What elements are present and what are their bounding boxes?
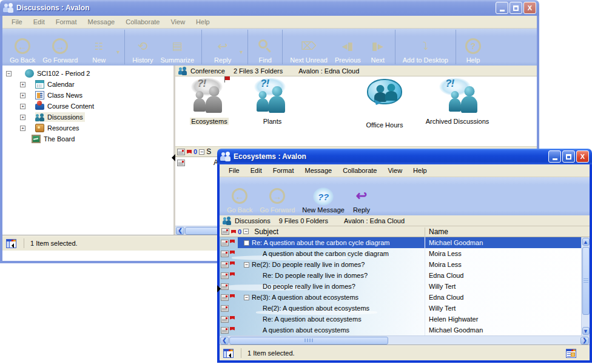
menu-format[interactable]: Format: [50, 17, 82, 27]
tree-label[interactable]: Class News: [47, 92, 82, 99]
menu-file[interactable]: File: [223, 166, 245, 175]
message-sender[interactable]: Edna Cloud: [425, 270, 581, 281]
new-dropdown-arrow[interactable]: ▾: [116, 49, 119, 55]
menu-view[interactable]: View: [382, 166, 408, 175]
go-forward-button[interactable]: → Go Forward: [39, 31, 81, 64]
conference-item-label[interactable]: Archived Discussions: [425, 118, 491, 125]
conference-item-ecosystems[interactable]: ?! Ecosystems: [178, 79, 241, 125]
message-sender[interactable]: Edna Cloud: [425, 292, 581, 303]
list-hscrollbar[interactable]: ❮ ❯: [220, 335, 590, 345]
message-subject[interactable]: A question about ecosystems: [263, 326, 349, 334]
add-to-desktop-button[interactable]: ⤵ Add to Desktop: [399, 31, 452, 64]
message-row[interactable]: A question about the carbon cycle diagra…: [220, 248, 590, 259]
envelope-column-icon[interactable]: [177, 149, 185, 155]
reply-button[interactable]: ↩ Reply: [206, 31, 240, 64]
message-sender[interactable]: Willy Tert: [425, 281, 581, 292]
menu-edit[interactable]: Edit: [28, 17, 50, 27]
conference-item-label[interactable]: Ecosystems: [190, 118, 228, 125]
scroll-left-arrow[interactable]: ❮: [176, 227, 184, 235]
thread-column-icon[interactable]: −: [243, 229, 249, 234]
minimize-button[interactable]: [548, 150, 561, 163]
new-message-button[interactable]: ?? New Message: [298, 180, 348, 214]
tree-label[interactable]: Resources: [47, 124, 79, 132]
tree-label[interactable]: Calendar: [47, 81, 75, 88]
go-back-button[interactable]: ← Go Back: [223, 180, 256, 214]
tree-label[interactable]: Discussions: [47, 113, 83, 121]
tree-item-course-content[interactable]: + Course Content: [2, 101, 173, 112]
maximize-button[interactable]: [562, 150, 575, 163]
message-sender[interactable]: Michael Goodman: [425, 237, 581, 248]
name-column-header[interactable]: Name: [425, 228, 590, 236]
thread-collapse-box[interactable]: −: [244, 295, 249, 300]
expand-box[interactable]: +: [20, 82, 25, 87]
tree-item-sci102[interactable]: − SCI102 - Period 2: [2, 68, 173, 79]
close-button[interactable]: X: [576, 150, 589, 163]
message-subject[interactable]: Re: A question about the carbon cycle di…: [252, 239, 389, 246]
hscroll-thumb[interactable]: [229, 337, 388, 345]
scroll-down-arrow[interactable]: ▼: [582, 327, 590, 335]
menu-format[interactable]: Format: [267, 166, 300, 175]
maximize-button[interactable]: [510, 2, 522, 14]
discussions-titlebar[interactable]: Discussions : Avalon X: [0, 0, 539, 16]
message-subject[interactable]: Re(3): A question about ecosystems: [252, 294, 358, 301]
attachment-column-icon[interactable]: 0: [193, 148, 197, 155]
message-sender[interactable]: Moira Less: [425, 248, 581, 259]
reply-dropdown-arrow[interactable]: ▾: [240, 49, 243, 55]
new-button[interactable]: ☷ New: [81, 31, 116, 64]
conference-item-office-hours[interactable]: Office Hours: [348, 75, 421, 129]
tree-label[interactable]: The Board: [44, 135, 75, 143]
menu-help[interactable]: Help: [190, 17, 215, 27]
tree-label[interactable]: Course Content: [47, 103, 94, 110]
minimize-button[interactable]: [496, 2, 508, 14]
help-button[interactable]: ? Help: [460, 31, 486, 64]
next-unread-button[interactable]: ⌦ Next Unread: [286, 31, 331, 64]
history-button[interactable]: ⟲ History: [129, 31, 156, 64]
ecosystems-titlebar[interactable]: Ecosystems : Avalon X: [217, 149, 592, 164]
menu-message[interactable]: Message: [300, 166, 338, 175]
thread-column-icon[interactable]: −: [199, 149, 204, 155]
previous-button[interactable]: ◂▮ Previous: [331, 31, 365, 64]
envelope-column-icon[interactable]: [221, 228, 229, 235]
message-subject[interactable]: A question about the carbon cycle diagra…: [263, 250, 389, 257]
expand-box[interactable]: +: [20, 115, 25, 120]
go-back-button[interactable]: ← Go Back: [6, 31, 39, 64]
conference-item-plants[interactable]: ?! Plants: [241, 79, 304, 125]
reply-button[interactable]: ↩ Reply: [348, 180, 375, 214]
conference-item-label[interactable]: Office Hours: [365, 121, 405, 129]
message-subject[interactable]: Re(2): A question about ecosystems: [263, 305, 369, 312]
collapse-box[interactable]: −: [6, 71, 12, 76]
attachment-column-icon[interactable]: 0: [238, 228, 241, 235]
pane-collapse-arrow[interactable]: [217, 285, 221, 292]
message-row[interactable]: Re: Do people really live in domes? Edna…: [220, 270, 590, 281]
menu-view[interactable]: View: [165, 17, 190, 27]
menu-collaborate[interactable]: Collaborate: [120, 17, 165, 27]
message-row[interactable]: − Re: A question about the carbon cycle …: [220, 237, 590, 248]
scroll-left-arrow[interactable]: ❮: [220, 337, 229, 345]
message-sender[interactable]: Willy Tert: [425, 303, 581, 314]
expand-box[interactable]: +: [20, 93, 25, 98]
menu-file[interactable]: File: [6, 17, 28, 27]
tree-item-calendar[interactable]: + Calendar: [2, 79, 173, 90]
message-row[interactable]: A question about ecosystems Michael Good…: [220, 325, 590, 335]
conference-item-archived-discussions[interactable]: ?! Archived Discussions: [412, 79, 503, 125]
summarize-button[interactable]: ▤ Summarize: [157, 31, 198, 64]
menu-help[interactable]: Help: [408, 166, 432, 175]
message-sender[interactable]: Michael Goodman: [425, 325, 581, 335]
flag-column-icon[interactable]: [231, 230, 236, 234]
flag-column-icon[interactable]: [187, 150, 192, 153]
tree-item-discussions[interactable]: + Discussions: [2, 112, 173, 123]
thread-collapse-box[interactable]: −: [244, 240, 249, 246]
message-row[interactable]: − Re(2): Do people really live in domes?…: [220, 259, 590, 270]
split-pane-toggle-icon[interactable]: [6, 239, 16, 248]
message-sender[interactable]: Moira Less: [425, 259, 581, 270]
close-button[interactable]: X: [523, 2, 536, 14]
message-subject[interactable]: Do people really live in domes?: [263, 283, 355, 290]
message-row[interactable]: Re(2): A question about ecosystems Willy…: [220, 303, 590, 314]
message-subject[interactable]: Re: Do people really live in domes?: [263, 272, 368, 279]
go-forward-button[interactable]: → Go Forward: [256, 180, 298, 214]
menu-edit[interactable]: Edit: [245, 166, 267, 175]
thread-collapse-box[interactable]: −: [244, 262, 249, 268]
tree-item-resources[interactable]: + Resources: [2, 123, 173, 133]
tree-item-the-board[interactable]: The Board: [2, 133, 173, 144]
next-button[interactable]: ▮▸ Next: [365, 31, 391, 64]
